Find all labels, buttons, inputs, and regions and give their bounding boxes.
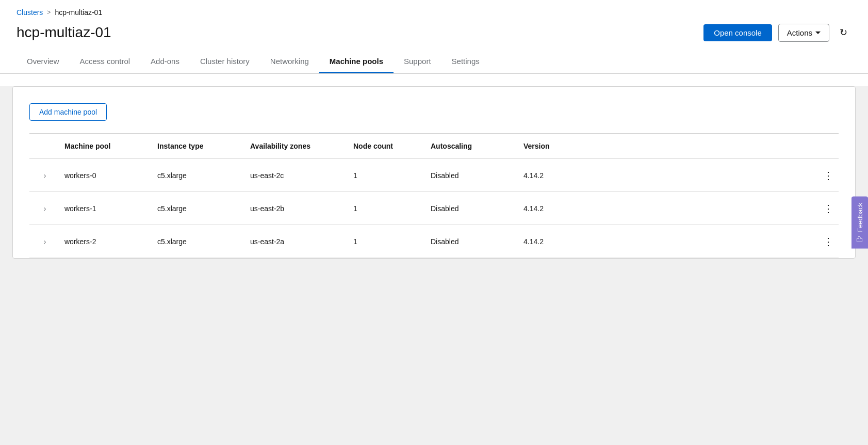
breadcrumb-parent-link[interactable]: Clusters	[17, 8, 43, 17]
tabs-bar: Overview Access control Add-ons Cluster …	[0, 51, 868, 74]
row-availability-zones-0: us-east-2c	[246, 161, 349, 190]
open-console-button[interactable]: Open console	[703, 24, 772, 41]
row-kebab-menu-0[interactable]: ⋮	[818, 167, 839, 184]
page-title-row: hcp-multiaz-01 Open console Actions ↻	[17, 23, 851, 51]
row-expand-0[interactable]: ›	[29, 161, 60, 190]
header-actions: Open console Actions ↻	[703, 23, 851, 42]
col-header-version: Version	[519, 140, 818, 152]
chevron-down-icon	[815, 31, 821, 34]
col-header-machine-pool: Machine pool	[60, 140, 153, 152]
row-availability-zones-1: us-east-2b	[246, 194, 349, 223]
row-kebab-menu-2[interactable]: ⋮	[818, 233, 839, 250]
page-title: hcp-multiaz-01	[17, 24, 111, 41]
row-instance-type-0: c5.xlarge	[153, 161, 246, 190]
feedback-icon: 🗨	[856, 235, 864, 243]
tab-add-ons[interactable]: Add-ons	[140, 51, 190, 73]
row-availability-zones-2: us-east-2a	[246, 227, 349, 256]
feedback-label: Feedback	[856, 202, 864, 232]
tab-access-control[interactable]: Access control	[70, 51, 141, 73]
content-card: Add machine pool Machine pool Instance t…	[12, 86, 856, 259]
header: Clusters > hcp-multiaz-01 hcp-multiaz-01…	[0, 0, 868, 51]
col-header-expand	[29, 140, 60, 152]
breadcrumb-current: hcp-multiaz-01	[55, 8, 102, 17]
col-header-node-count: Node count	[349, 140, 427, 152]
table-row: › workers-1 c5.xlarge us-east-2b 1 Disab…	[29, 192, 839, 225]
row-autoscaling-0: Disabled	[427, 161, 519, 190]
feedback-button[interactable]: 🗨 Feedback	[851, 196, 868, 248]
row-instance-type-2: c5.xlarge	[153, 227, 246, 256]
main-content: Add machine pool Machine pool Instance t…	[0, 86, 868, 445]
row-machine-pool-2: workers-2	[60, 227, 153, 256]
row-node-count-1: 1	[349, 194, 427, 223]
page-wrapper: Clusters > hcp-multiaz-01 hcp-multiaz-01…	[0, 0, 868, 445]
tab-settings[interactable]: Settings	[441, 51, 490, 73]
feedback-panel: 🗨 Feedback	[851, 196, 868, 248]
tab-support[interactable]: Support	[394, 51, 441, 73]
row-expand-1[interactable]: ›	[29, 194, 60, 223]
tab-networking[interactable]: Networking	[260, 51, 319, 73]
machine-pools-table: Machine pool Instance type Availability …	[29, 133, 839, 258]
row-kebab-menu-1[interactable]: ⋮	[818, 200, 839, 217]
actions-button[interactable]: Actions	[778, 24, 829, 42]
row-version-2: 4.14.2	[519, 227, 818, 256]
row-instance-type-1: c5.xlarge	[153, 194, 246, 223]
tab-cluster-history[interactable]: Cluster history	[190, 51, 260, 73]
table-header-row: Machine pool Instance type Availability …	[29, 134, 839, 159]
breadcrumb-separator: >	[47, 9, 51, 16]
row-version-1: 4.14.2	[519, 194, 818, 223]
col-header-instance-type: Instance type	[153, 140, 246, 152]
row-machine-pool-1: workers-1	[60, 194, 153, 223]
table-row: › workers-2 c5.xlarge us-east-2a 1 Disab…	[29, 225, 839, 258]
row-node-count-2: 1	[349, 227, 427, 256]
row-version-0: 4.14.2	[519, 161, 818, 190]
refresh-button[interactable]: ↻	[836, 23, 851, 42]
tab-overview[interactable]: Overview	[17, 51, 70, 73]
actions-label: Actions	[787, 28, 812, 37]
row-machine-pool-0: workers-0	[60, 161, 153, 190]
tab-machine-pools[interactable]: Machine pools	[319, 51, 394, 73]
row-node-count-0: 1	[349, 161, 427, 190]
add-machine-pool-button[interactable]: Add machine pool	[29, 103, 107, 121]
breadcrumb: Clusters > hcp-multiaz-01	[17, 8, 851, 17]
row-expand-2[interactable]: ›	[29, 227, 60, 256]
row-autoscaling-1: Disabled	[427, 194, 519, 223]
col-header-autoscaling: Autoscaling	[427, 140, 519, 152]
table-row: › workers-0 c5.xlarge us-east-2c 1 Disab…	[29, 159, 839, 192]
col-header-row-actions	[818, 140, 839, 152]
row-autoscaling-2: Disabled	[427, 227, 519, 256]
col-header-availability-zones: Availability zones	[246, 140, 349, 152]
